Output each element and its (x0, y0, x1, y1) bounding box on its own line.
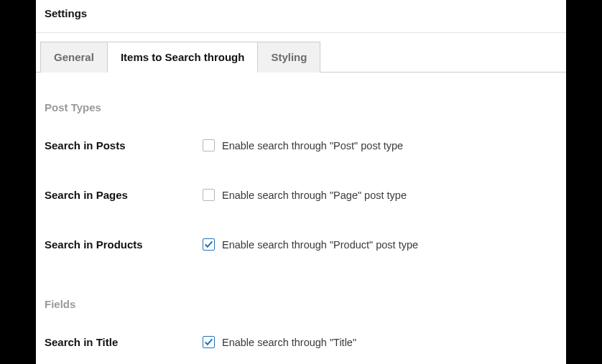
checkbox-search-title[interactable] (203, 336, 215, 348)
field-row-search-title: Search in Title Enable search through "T… (45, 317, 557, 364)
checkbox-search-posts[interactable] (203, 139, 215, 151)
field-desc: Enable search through "Product" post typ… (222, 239, 418, 251)
checkbox-search-products[interactable] (203, 238, 215, 251)
page-title: Settings (45, 7, 557, 19)
field-row-search-pages: Search in Pages Enable search through "P… (45, 170, 557, 220)
field-desc: Enable search through "Post" post type (222, 140, 403, 151)
tabs-row: General Items to Search through Styling (36, 33, 566, 73)
field-row-search-products: Search in Products Enable search through… (45, 220, 557, 269)
checkbox-search-pages[interactable] (203, 189, 215, 201)
field-label: Search in Posts (45, 139, 203, 151)
tab-content: Post Types Search in Posts Enable search… (36, 73, 566, 364)
field-label: Search in Pages (45, 189, 203, 201)
field-row-search-posts: Search in Posts Enable search through "P… (45, 121, 557, 170)
field-desc: Enable search through "Title" (222, 337, 356, 348)
section-heading-post-types: Post Types (45, 73, 557, 121)
settings-panel: Settings General Items to Search through… (36, 0, 566, 364)
field-desc: Enable search through "Page" post type (222, 190, 407, 201)
field-label: Search in Products (45, 238, 203, 251)
panel-header: Settings (36, 0, 566, 33)
check-icon (204, 337, 213, 347)
field-label: Search in Title (45, 336, 203, 348)
tab-items-to-search-through[interactable]: Items to Search through (108, 42, 259, 73)
tab-styling[interactable]: Styling (258, 42, 320, 73)
tab-general[interactable]: General (40, 42, 108, 73)
section-heading-fields: Fields (45, 269, 557, 317)
check-icon (204, 240, 213, 249)
